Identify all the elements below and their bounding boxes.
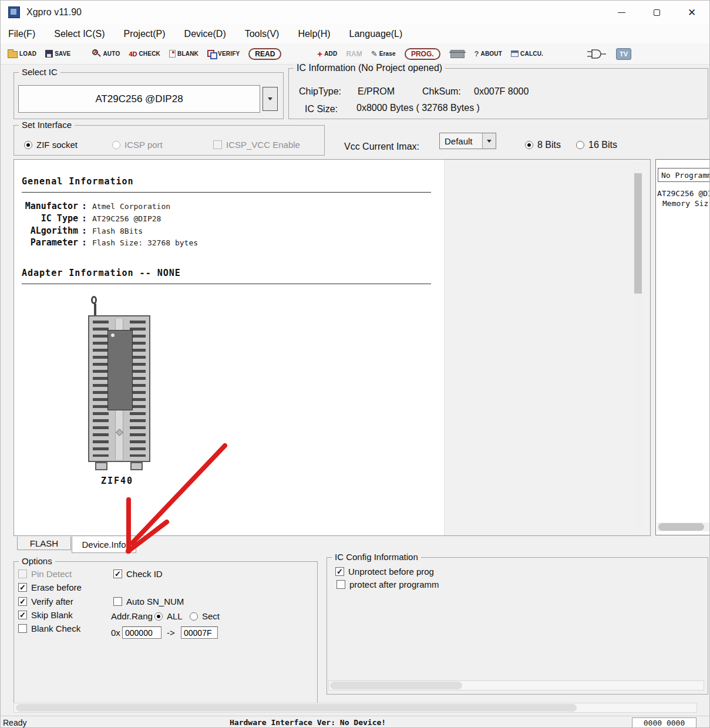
checkbox-auto-sn[interactable]: Auto SN_NUM: [113, 596, 187, 606]
checkbox-icsp-vcc-enable[interactable]: ICSP_VCC Enable: [213, 140, 300, 150]
tab-device-info[interactable]: Device.Info: [72, 537, 136, 553]
tab-flash-label: FLASH: [30, 538, 58, 548]
erase-button[interactable]: ✎ Erase: [371, 46, 396, 62]
bottom-hscrollbar[interactable]: [14, 703, 697, 713]
check-button[interactable]: 4D CHECK: [129, 46, 160, 62]
radio-addr-all[interactable]: ALL: [154, 611, 183, 621]
radio-icsp-port[interactable]: ICSP port: [112, 140, 163, 150]
zif-lever-ring: [91, 296, 97, 304]
scrollbar-thumb[interactable]: [16, 704, 577, 712]
addr-from-input[interactable]: [122, 626, 161, 639]
selected-ic-combobox[interactable]: AT29C256 @DIP28: [18, 85, 260, 113]
ram-button[interactable]: RAM: [346, 46, 362, 62]
vcc-current-dropdown[interactable]: Default: [439, 133, 496, 149]
add-button[interactable]: + ADD: [317, 46, 337, 62]
prog-button[interactable]: PROG.: [405, 46, 440, 62]
vcc-current-label: Vcc Current Imax:: [344, 141, 419, 152]
minimize-icon: [618, 12, 625, 13]
vertical-scrollbar[interactable]: [634, 161, 642, 531]
bits8-label: 8 Bits: [537, 140, 561, 150]
checkbox-box: [337, 580, 345, 589]
sect-label: Sect: [202, 611, 220, 621]
row-colon: :: [82, 237, 87, 248]
floppy-save-icon: [45, 50, 53, 58]
menu-item-help[interactable]: Help(H): [298, 29, 330, 39]
checkbox-check-id[interactable]: Check ID: [113, 569, 163, 579]
dip-chip-icon: [450, 50, 465, 58]
protect-label: protect after programm: [349, 579, 450, 589]
magnifier-handle: [98, 53, 102, 57]
ic-type-row: IC Type : AT29C256 @DIP28: [22, 213, 161, 224]
checkbox-pin-detect[interactable]: Pin Detect: [18, 569, 72, 579]
window-title: Xgpro v11.90: [26, 7, 82, 18]
selected-ic-dropdown-button[interactable]: [263, 87, 278, 111]
row-colon: :: [82, 225, 87, 236]
checkbox-erase-before[interactable]: Erase before: [18, 582, 82, 592]
verify-button[interactable]: VERIFY: [207, 46, 240, 62]
radio-16-bits[interactable]: 16 Bits: [576, 140, 617, 150]
blank-button[interactable]: BLANK: [169, 46, 198, 62]
logic-gate-button[interactable]: [586, 46, 607, 62]
menu-item-language[interactable]: Language(L): [349, 29, 403, 39]
radio-dot: [525, 141, 533, 149]
parameter-row: Parameter : Flash Size: 32768 bytes: [22, 237, 198, 248]
auto-letter: A: [93, 49, 97, 55]
checkbox-box: [18, 611, 27, 619]
menu-item-project[interactable]: Project(P): [123, 29, 165, 39]
radio-dot: [576, 141, 584, 149]
chip-test-button[interactable]: [449, 46, 466, 62]
magnifier-icon: A: [92, 49, 101, 58]
bits16-label: 16 Bits: [588, 140, 617, 150]
menu-item-device[interactable]: Device(D): [184, 29, 226, 39]
scrollbar-thumb[interactable]: [658, 523, 704, 531]
right-panel-hscrollbar[interactable]: [657, 523, 710, 531]
menu-item-select-ic[interactable]: Select IC(S): [54, 29, 105, 39]
counter-display: 0000 0000: [632, 717, 696, 728]
menu-item-tools[interactable]: Tools(V): [245, 29, 280, 39]
tab-flash[interactable]: FLASH: [17, 537, 71, 550]
prog-oval-label: PROG.: [405, 48, 440, 60]
row-label: IC Type: [22, 213, 78, 224]
select-ic-legend: Select IC: [19, 67, 60, 77]
save-button[interactable]: SAVE: [45, 46, 70, 62]
row-value: Flash Size: 32768 bytes: [92, 238, 198, 247]
ic-config-group: IC Config Information: [327, 557, 708, 695]
no-programmer-text: No Programm: [661, 171, 710, 180]
scrollbar-thumb[interactable]: [330, 682, 462, 689]
zif-pins-left: [93, 321, 109, 457]
close-button[interactable]: ✕: [674, 1, 709, 24]
ic-config-hscrollbar[interactable]: [328, 680, 704, 690]
read-button[interactable]: READ: [248, 46, 281, 62]
unprotect-label: Unprotect before prog: [348, 567, 434, 577]
erase-before-label: Erase before: [31, 582, 82, 592]
calcu-button[interactable]: CALCU.: [511, 46, 543, 62]
radio-zif-socket[interactable]: ZIF socket: [24, 140, 78, 150]
blank-check-label: Blank Check: [31, 623, 80, 633]
checkbox-protect-after[interactable]: protect after programm: [337, 579, 450, 589]
row-value: AT29C256 @DIP28: [92, 214, 161, 223]
auto-button[interactable]: A AUTO: [92, 46, 120, 62]
checkbox-unprotect-before[interactable]: Unprotect before prog: [335, 567, 434, 577]
maximize-button[interactable]: [639, 1, 674, 24]
checkbox-skip-blank[interactable]: Skip Blank: [18, 610, 73, 620]
programmer-status-panel: No Programm AT29C256 @DI Memory Siz: [655, 159, 710, 535]
load-button[interactable]: LOAD: [8, 46, 36, 62]
scrollbar-thumb[interactable]: [634, 173, 642, 294]
about-button[interactable]: ? ABOUT: [475, 46, 503, 62]
checkbox-verify-after[interactable]: Verify after: [18, 596, 73, 606]
status-bar: Ready Hardware Interface Ver: No Device!…: [1, 716, 709, 728]
checkbox-blank-check[interactable]: Blank Check: [18, 623, 80, 633]
addr-arrow-label: ->: [167, 628, 175, 638]
selected-ic-value: AT29C256 @DIP28: [95, 93, 183, 105]
menu-item-file[interactable]: File(F): [8, 29, 35, 39]
minimize-button[interactable]: [604, 1, 639, 24]
menu-bar: File(F) Select IC(S) Project(P) Device(D…: [1, 24, 709, 43]
radio-8-bits[interactable]: 8 Bits: [525, 140, 561, 150]
vcc-dropdown-button[interactable]: [482, 133, 496, 149]
device-info-document: Genenal Information Manufactor : Atmel C…: [14, 160, 445, 535]
addr-to-input[interactable]: [181, 626, 218, 639]
icsp-port-label: ICSP port: [124, 140, 163, 150]
radio-addr-sect[interactable]: Sect: [190, 611, 220, 621]
tv-button[interactable]: TV: [616, 46, 631, 62]
chiptype-label: ChipType:: [299, 86, 341, 97]
